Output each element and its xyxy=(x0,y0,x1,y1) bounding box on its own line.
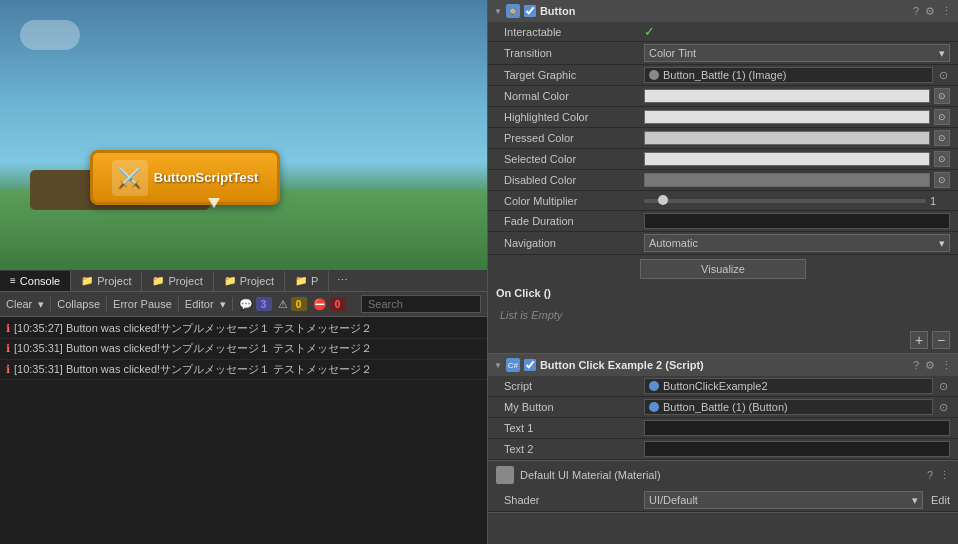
editor-dropdown-icon[interactable]: ▾ xyxy=(220,298,226,311)
button-help-icon[interactable]: ? xyxy=(913,5,919,18)
button-enabled-checkbox[interactable] xyxy=(524,5,536,17)
prop-normal-color: Normal Color ⊙ xyxy=(488,86,958,107)
script-text: ButtonClickExample2 xyxy=(663,380,768,392)
normal-color-swatch[interactable] xyxy=(644,89,930,103)
color-multiplier-value: 1 xyxy=(644,195,950,207)
tab-more-button[interactable]: ⋯ xyxy=(329,270,356,291)
script-section-icon: C# xyxy=(506,358,520,372)
clouds xyxy=(20,20,80,50)
clear-button[interactable]: Clear xyxy=(6,298,32,310)
toolbar-divider-2 xyxy=(106,297,107,311)
error-icon-1: ℹ xyxy=(6,322,10,335)
badge-err-icon: ⛔ xyxy=(313,298,327,311)
my-button-pick[interactable]: ⊙ xyxy=(937,401,950,414)
fade-duration-input[interactable]: 0.1 xyxy=(644,213,950,229)
visualize-button[interactable]: Visualize xyxy=(640,259,806,279)
navigation-label: Navigation xyxy=(504,237,644,249)
color-multiplier-thumb[interactable] xyxy=(658,195,668,205)
tab-console[interactable]: ≡ Console xyxy=(0,271,71,291)
script-section-title: Button Click Example 2 (Script) xyxy=(540,359,909,371)
button-section-header[interactable]: ▼ 🔘 Button ? ⚙ ⋮ xyxy=(488,0,958,22)
transition-dropdown[interactable]: Color Tint ▾ xyxy=(644,44,950,62)
console-icon: ≡ xyxy=(10,275,16,286)
button-section-actions: ? ⚙ ⋮ xyxy=(913,5,952,18)
material-help-icon[interactable]: ? xyxy=(927,469,933,482)
selected-color-value: ⊙ xyxy=(644,151,950,167)
disabled-color-value: ⊙ xyxy=(644,172,950,188)
tab-project-1[interactable]: 📁 Project xyxy=(71,271,142,291)
material-section: Default UI Material (Material) ? ⋮ Shade… xyxy=(488,461,958,513)
shader-dropdown-arrow: ▾ xyxy=(912,494,918,507)
prop-disabled-color: Disabled Color ⊙ xyxy=(488,170,958,191)
tab-project-label-1: Project xyxy=(97,275,131,287)
button-more-icon[interactable]: ⋮ xyxy=(941,5,952,18)
shader-dropdown[interactable]: UI/Default ▾ xyxy=(644,491,923,509)
pressed-color-pick[interactable]: ⊙ xyxy=(934,130,950,146)
game-button[interactable]: ⚔️ ButtonScriptTest xyxy=(90,150,280,205)
transition-value: Color Tint ▾ xyxy=(644,44,950,62)
script-settings-icon[interactable]: ⚙ xyxy=(925,359,935,372)
script-pick[interactable]: ⊙ xyxy=(937,380,950,393)
color-multiplier-slider[interactable] xyxy=(644,199,926,203)
prop-fade-duration: Fade Duration 0.1 xyxy=(488,211,958,232)
highlighted-color-swatch[interactable] xyxy=(644,110,930,124)
clear-dropdown-icon[interactable]: ▾ xyxy=(38,298,44,311)
color-multiplier-label: Color Multiplier xyxy=(504,195,644,207)
material-more-icon[interactable]: ⋮ xyxy=(939,469,950,482)
tab-p[interactable]: 📁 P xyxy=(285,271,329,291)
script-icon xyxy=(649,381,659,391)
prop-interactable: Interactable ✓ xyxy=(488,22,958,42)
pressed-color-value: ⊙ xyxy=(644,130,950,146)
text1-input[interactable]: サンプルメッセージ１ xyxy=(644,420,950,436)
disabled-color-pick[interactable]: ⊙ xyxy=(934,172,950,188)
selected-color-swatch[interactable] xyxy=(644,152,930,166)
editor-button[interactable]: Editor xyxy=(185,298,214,310)
normal-color-pick[interactable]: ⊙ xyxy=(934,88,950,104)
console-area: ≡ Console 📁 Project 📁 Project 📁 Project … xyxy=(0,270,487,544)
highlighted-color-pick[interactable]: ⊙ xyxy=(934,109,950,125)
console-message-1: ℹ [10:35:27] Button was clicked!サンプルメッセー… xyxy=(0,319,487,339)
left-panel: ⚔️ ButtonScriptTest ≡ Console 📁 Project … xyxy=(0,0,487,544)
script-enabled-checkbox[interactable] xyxy=(524,359,536,371)
material-row: Default UI Material (Material) ? ⋮ xyxy=(488,461,958,489)
tab-project-3[interactable]: 📁 Project xyxy=(214,271,285,291)
target-graphic-ref: Button_Battle (1) (Image) xyxy=(644,67,933,83)
tab-project-2[interactable]: 📁 Project xyxy=(142,271,213,291)
selected-color-pick[interactable]: ⊙ xyxy=(934,151,950,167)
prop-navigation: Navigation Automatic ▾ xyxy=(488,232,958,255)
navigation-dropdown-text: Automatic xyxy=(649,237,698,249)
remove-onclick-button[interactable]: − xyxy=(932,331,950,349)
tab-project-label-2: Project xyxy=(168,275,202,287)
interactable-check: ✓ xyxy=(644,24,655,39)
console-toolbar: Clear ▾ Collapse Error Pause Editor ▾ 💬 … xyxy=(0,292,487,317)
button-settings-icon[interactable]: ⚙ xyxy=(925,5,935,18)
selected-color-label: Selected Color xyxy=(504,153,644,165)
button-section-title: Button xyxy=(540,5,909,17)
message-text-2: [10:35:31] Button was clicked!サンプルメッセージ１… xyxy=(14,341,372,356)
navigation-dropdown-arrow: ▾ xyxy=(939,237,945,250)
badge-warnings: ⚠ 0 xyxy=(278,297,307,311)
error-pause-button[interactable]: Error Pause xyxy=(113,298,172,310)
tab-p-label: P xyxy=(311,275,318,287)
button-section: ▼ 🔘 Button ? ⚙ ⋮ Interactable ✓ Transiti… xyxy=(488,0,958,354)
shader-edit-button[interactable]: Edit xyxy=(931,494,950,506)
search-input[interactable] xyxy=(361,295,481,313)
normal-color-label: Normal Color xyxy=(504,90,644,102)
script-help-icon[interactable]: ? xyxy=(913,359,919,372)
list-actions: + − xyxy=(488,327,958,353)
collapse-button[interactable]: Collapse xyxy=(57,298,100,310)
script-ref: ButtonClickExample2 xyxy=(644,378,933,394)
script-section-header[interactable]: ▼ C# Button Click Example 2 (Script) ? ⚙… xyxy=(488,354,958,376)
add-onclick-button[interactable]: + xyxy=(910,331,928,349)
text2-input[interactable]: テストメッセージ２ xyxy=(644,441,950,457)
pressed-color-swatch[interactable] xyxy=(644,131,930,145)
navigation-dropdown[interactable]: Automatic ▾ xyxy=(644,234,950,252)
prop-target-graphic: Target Graphic Button_Battle (1) (Image)… xyxy=(488,65,958,86)
prop-color-multiplier: Color Multiplier 1 xyxy=(488,191,958,211)
material-name: Default UI Material (Material) xyxy=(520,469,921,481)
material-actions: ? ⋮ xyxy=(927,469,950,482)
disabled-color-swatch[interactable] xyxy=(644,173,930,187)
prop-my-button: My Button Button_Battle (1) (Button) ⊙ xyxy=(488,397,958,418)
script-more-icon[interactable]: ⋮ xyxy=(941,359,952,372)
target-graphic-pick[interactable]: ⊙ xyxy=(937,69,950,82)
